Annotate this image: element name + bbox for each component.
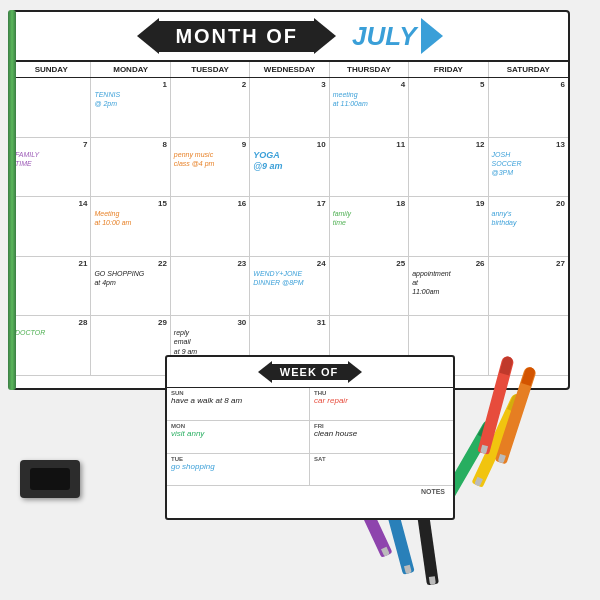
cal-cell-w1d7: 6 <box>489 78 568 138</box>
day-header-wed: WEDNESDAY <box>250 62 329 77</box>
week-event-sun: have a walk at 8 am <box>171 396 305 405</box>
cal-cell-w2d7: 13JOSHSOCCER@3PM <box>489 138 568 198</box>
cal-cell-w4d6: 26appointmentat11:00am <box>409 257 488 317</box>
week-planner: WEEK OF SUN have a walk at 8 am THU car … <box>165 355 455 520</box>
day-header-sun: SUNDAY <box>12 62 91 77</box>
week-cell-tue: TUE go shopping <box>167 454 310 487</box>
cal-cell-w3d3: 16 <box>171 197 250 257</box>
week-planner-grid: SUN have a walk at 8 am THU car repair M… <box>167 388 453 519</box>
cal-cell-w1d6: 5 <box>409 78 488 138</box>
week-notes-label: NOTES <box>171 488 449 495</box>
calendar-board: MONTH OF JULY SUNDAY MONDAY TUESDAY WEDN… <box>10 10 570 390</box>
cal-cell-w4d2: 22GO SHOPPINGat 4pm <box>91 257 170 317</box>
week-cell-mon: MON visit anny <box>167 421 310 454</box>
week-arrow-right-icon <box>348 361 362 383</box>
day-header-thu: THURSDAY <box>330 62 409 77</box>
cal-cell-w1d1 <box>12 78 91 138</box>
cal-cell-w4d3: 23 <box>171 257 250 317</box>
cal-cell-w3d5: 18familytime <box>330 197 409 257</box>
week-cell-thu: THU car repair <box>310 388 453 421</box>
week-cell-notes: NOTES <box>167 486 453 519</box>
cal-cell-w3d2: 15Meetingat 10:00 am <box>91 197 170 257</box>
cal-cell-w2d4: 10YOGA@9 am <box>250 138 329 198</box>
cal-cell-w4d4: 24WENDY+JONEDINNER @8PM <box>250 257 329 317</box>
cal-cell-w2d5: 11 <box>330 138 409 198</box>
cal-cell-w3d4: 17 <box>250 197 329 257</box>
cal-cell-w1d3: 2 <box>171 78 250 138</box>
cal-cell-w4d7: 27 <box>489 257 568 317</box>
day-header-tue: TUESDAY <box>171 62 250 77</box>
day-headers: SUNDAY MONDAY TUESDAY WEDNESDAY THURSDAY… <box>12 62 568 78</box>
magnetic-strip <box>8 10 16 390</box>
day-header-sat: SATURDAY <box>489 62 568 77</box>
month-arrow-right-icon <box>421 18 443 54</box>
week-of-label: WEEK OF <box>270 364 348 380</box>
eraser-inner <box>30 468 70 490</box>
cal-cell-w2d3: 9penny musicclass @4 pm <box>171 138 250 198</box>
week-cell-fri: FRI clean house <box>310 421 453 454</box>
month-of-label: MONTH OF <box>157 21 316 52</box>
cal-cell-w2d2: 8 <box>91 138 170 198</box>
cal-cell-w1d2: 1TENNIS@ 2pm <box>91 78 170 138</box>
week-event-thu: car repair <box>314 396 449 405</box>
cal-cell-w4d1: 21 <box>12 257 91 317</box>
cal-cell-w4d5: 25 <box>330 257 409 317</box>
cal-cell-w1d4: 3 <box>250 78 329 138</box>
eraser <box>20 460 80 498</box>
day-header-fri: FRIDAY <box>409 62 488 77</box>
cal-cell-w5d1: 28DOCTOR <box>12 316 91 376</box>
header-arrow-left-icon <box>137 18 159 54</box>
week-event-fri: clean house <box>314 429 449 438</box>
week-planner-header: WEEK OF <box>167 357 453 388</box>
cal-cell-w3d1: 14 <box>12 197 91 257</box>
cal-cell-w2d6: 12 <box>409 138 488 198</box>
week-cell-sun: SUN have a walk at 8 am <box>167 388 310 421</box>
month-name: JULY <box>352 21 417 52</box>
cal-cell-w3d7: 20anny'sbirthday <box>489 197 568 257</box>
cal-cell-w5d2: 29 <box>91 316 170 376</box>
cal-cell-w2d1: 7FAMILYTIME <box>12 138 91 198</box>
calendar-header: MONTH OF JULY <box>12 12 568 62</box>
week-event-tue: go shopping <box>171 462 305 471</box>
cal-cell-w1d5: 4meetingat 11:00am <box>330 78 409 138</box>
week-day-label-sat: SAT <box>314 456 449 462</box>
calendar-grid: 1TENNIS@ 2pm 2 3 4meetingat 11:00am 5 6 … <box>12 78 568 376</box>
day-header-mon: MONDAY <box>91 62 170 77</box>
week-cell-sat: SAT <box>310 454 453 487</box>
cal-cell-w3d6: 19 <box>409 197 488 257</box>
header-arrow-right-icon <box>314 18 336 54</box>
week-event-mon: visit anny <box>171 429 305 438</box>
